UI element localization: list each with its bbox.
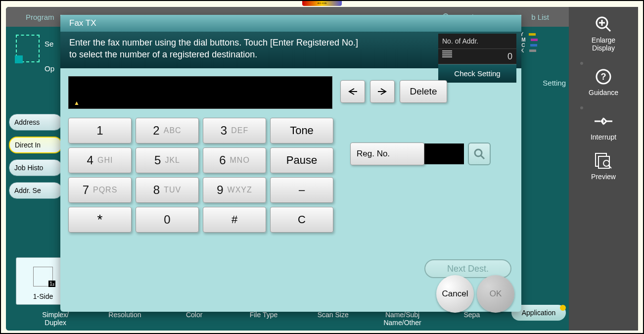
cat-resolution: Resolution: [90, 311, 159, 327]
magnify-plus-icon: [595, 15, 612, 33]
bottom-category-row: Simplex/ Duplex Resolution Color File Ty…: [21, 311, 566, 327]
cat-filetype: File Type: [229, 311, 298, 327]
joblist-label: b List: [531, 13, 549, 21]
key-6[interactable]: 6MNO: [203, 147, 266, 173]
svg-text:?: ?: [601, 72, 606, 82]
addr-count-value: 0: [507, 50, 512, 62]
caret-icon: ▲: [74, 99, 80, 106]
fax-tx-dialog: Fax TX Enter the fax number using the di…: [60, 15, 521, 312]
interrupt-label: Interrupt: [591, 133, 616, 141]
guidance-label: Guidance: [589, 89, 618, 96]
key-4[interactable]: 4GHI: [68, 147, 132, 173]
tab-addr-search[interactable]: Addr. Se: [9, 182, 62, 199]
guidance-button[interactable]: ? Guidance: [576, 62, 631, 96]
preview-label: Preview: [591, 173, 616, 181]
key-5[interactable]: 5JKL: [136, 147, 199, 173]
cat-color: Color: [160, 311, 229, 327]
key-star[interactable]: *: [68, 207, 132, 233]
setting-button[interactable]: Setting: [543, 79, 566, 87]
reg-no-input[interactable]: [424, 143, 464, 164]
svg-line-5: [606, 27, 610, 31]
ok-button[interactable]: OK: [477, 275, 514, 313]
key-pause[interactable]: Pause: [270, 147, 333, 173]
cursor-right-button[interactable]: [370, 80, 395, 103]
svg-point-2: [475, 149, 482, 156]
key-2[interactable]: 2ABC: [136, 118, 199, 143]
key-tone[interactable]: Tone: [270, 118, 333, 143]
cat-simplex: Simplex/ Duplex: [21, 311, 90, 327]
tab-address-book[interactable]: Address: [9, 114, 62, 131]
program-label: Program: [26, 13, 54, 21]
indicator-dot-icon: [580, 106, 583, 109]
enlarge-display-button[interactable]: Enlarge Display: [576, 14, 631, 52]
application-label: Application: [522, 309, 556, 317]
cursor-left-button[interactable]: [340, 80, 365, 103]
cat-scansize: Scan Size: [298, 311, 368, 327]
arrow-right-icon: [377, 88, 388, 95]
tab-job-history[interactable]: Job Histo: [9, 159, 62, 176]
key-7[interactable]: 7PQRS: [68, 177, 132, 203]
reg-no-search-button[interactable]: [468, 143, 491, 165]
cancel-button[interactable]: Cancel: [436, 275, 474, 313]
side-panel: Enlarge Display ? Guidance Interrupt Pre…: [569, 7, 638, 331]
key-hash[interactable]: #: [203, 207, 266, 233]
dialog-instruction: Enter the fax number using the dial butt…: [69, 37, 366, 60]
status-dot-icon: [560, 305, 566, 311]
fax-number-input[interactable]: ▲: [68, 76, 332, 109]
enlarge-label: Enlarge Display: [592, 36, 615, 52]
indicator-dot-icon: [580, 62, 583, 65]
list-icon: [442, 50, 452, 58]
dialog-header: Enter the fax number using the dial butt…: [60, 32, 521, 68]
preview-icon: [594, 152, 613, 169]
key-8[interactable]: 8TUV: [136, 177, 199, 203]
arrow-left-icon: [347, 88, 358, 95]
cat-separate: Sepa: [437, 311, 506, 327]
page-icon: [33, 267, 53, 286]
key-3[interactable]: 3DEF: [203, 118, 266, 143]
cat-name: Name/Subj Name/Other: [368, 311, 437, 327]
key-0[interactable]: 0: [136, 207, 199, 233]
document-icon: [16, 35, 40, 62]
preview-button[interactable]: Preview: [576, 151, 631, 181]
dialog-title: Fax TX: [60, 15, 521, 32]
option-card-label: 1-Side: [33, 292, 53, 300]
dial-keypad: 1 2ABC 3DEF Tone 4GHI 5JKL 6MNO Pause 7P…: [68, 118, 333, 233]
key-1[interactable]: 1: [68, 118, 132, 143]
tab-direct-input[interactable]: Direct In: [9, 137, 62, 153]
question-icon: ?: [595, 68, 612, 85]
interrupt-button[interactable]: Interrupt: [576, 106, 631, 141]
key-minus[interactable]: –: [270, 177, 333, 203]
delete-button[interactable]: Delete: [400, 80, 447, 103]
key-9[interactable]: 9WXYZ: [203, 177, 266, 203]
svg-line-3: [481, 155, 484, 159]
reg-no-button[interactable]: Reg. No.: [350, 143, 424, 165]
interrupt-icon: [594, 114, 613, 128]
key-clear[interactable]: C: [270, 207, 333, 233]
addr-count-label: No. of Addr.: [442, 35, 478, 47]
magnifier-icon: [473, 147, 486, 160]
window-grip: «‹·››»: [302, 1, 342, 6]
